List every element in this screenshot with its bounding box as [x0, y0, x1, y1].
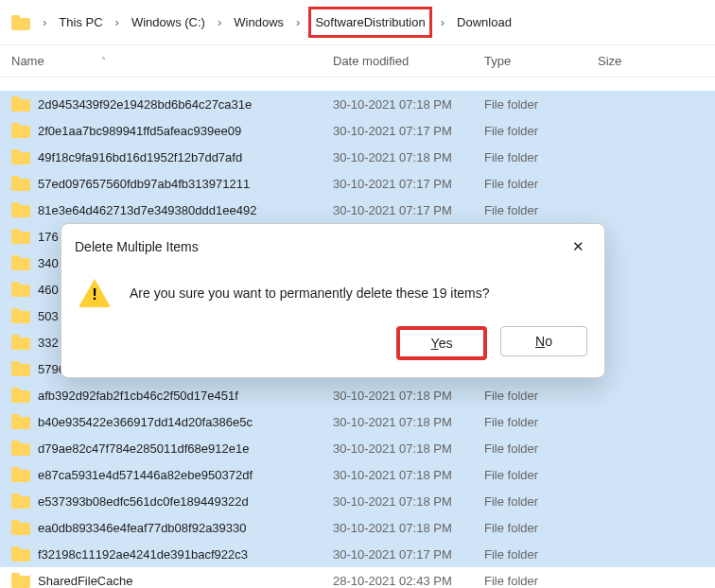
breadcrumb-item[interactable]: This PC [55, 11, 106, 33]
file-name: afb392d92fab2f1cb46c2f50d17e451f [38, 389, 238, 403]
table-row[interactable]: 2d9453439f92e19428bd6b64c27ca31e30-10-20… [0, 91, 715, 117]
table-row[interactable]: 81e3e64d462713d7e349380ddd1ee49230-10-20… [0, 197, 715, 223]
file-name: 81e3e64d462713d7e349380ddd1ee492 [38, 203, 256, 217]
col-header-type[interactable]: Type [484, 54, 598, 68]
file-name: 340 [38, 256, 59, 270]
col-header-name-label: Name [11, 54, 44, 68]
breadcrumb-item[interactable]: Download [453, 11, 515, 33]
cell-name: d79ae82c47f784e285011df68e912e1e [0, 441, 333, 456]
close-icon[interactable]: ✕ [565, 233, 591, 260]
cell-name: b40e935422e366917dd14d20fa386e5c [0, 414, 333, 429]
cell-type: File folder [484, 468, 598, 482]
folder-icon [11, 441, 30, 456]
cell-name: e537393b08edfc561dc0fe189449322d [0, 493, 333, 509]
delete-dialog: Delete Multiple Items ✕ Are you sure you… [61, 223, 605, 378]
cell-date: 30-10-2021 07:17 PM [333, 547, 484, 562]
table-row[interactable]: e87ca5931e4d571446a82ebe950372df30-10-20… [0, 461, 715, 488]
cell-date: 30-10-2021 07:17 PM [333, 177, 484, 191]
cell-name: afb392d92fab2f1cb46c2f50d17e451f [0, 388, 333, 403]
file-name: 57ed097657560fdb97ab4fb313971211 [38, 177, 250, 191]
cell-type: File folder [484, 494, 598, 509]
dialog-message: Are you sure you want to permanently del… [130, 285, 490, 301]
spacer [0, 78, 715, 91]
file-name: b40e935422e366917dd14d20fa386e5c [38, 415, 253, 429]
file-name: SharedFileCache [38, 574, 132, 588]
drive-folder-icon [11, 15, 30, 30]
file-name: 176 [38, 230, 59, 244]
yes-button[interactable]: Yes [396, 326, 487, 360]
cell-type: File folder [484, 97, 598, 112]
cell-date: 30-10-2021 07:18 PM [333, 150, 484, 164]
col-header-name[interactable]: Name ˄ [0, 54, 333, 68]
dialog-title: Delete Multiple Items [75, 239, 199, 254]
breadcrumb-item[interactable]: SoftwareDistribution [308, 7, 431, 38]
table-row[interactable]: 2f0e1aa7bc989941ffd5afeac939ee0930-10-20… [0, 117, 715, 144]
cell-date: 30-10-2021 07:18 PM [333, 97, 484, 112]
folder-icon [11, 308, 30, 323]
folder-icon [11, 361, 30, 376]
folder-icon [11, 255, 30, 270]
table-row[interactable]: 57ed097657560fdb97ab4fb31397121130-10-20… [0, 170, 715, 197]
file-name: e537393b08edfc561dc0fe189449322d [38, 494, 249, 509]
folder-icon [11, 149, 30, 164]
table-row[interactable]: ea0db893346e4feaf77db08f92a3933030-10-20… [0, 514, 715, 541]
folder-icon [11, 520, 30, 535]
no-button[interactable]: No [500, 326, 587, 356]
no-button-accel: N [535, 334, 545, 349]
folder-icon [11, 335, 30, 350]
chevron-right-icon: › [291, 15, 305, 29]
cell-date: 30-10-2021 07:18 PM [333, 521, 484, 535]
yes-button-accel: Y [431, 336, 439, 351]
file-name: 503 [38, 309, 59, 323]
folder-icon [11, 493, 30, 509]
chevron-right-icon: › [111, 15, 124, 29]
cell-type: File folder [484, 574, 598, 588]
folder-icon [11, 176, 30, 191]
breadcrumb-item[interactable]: Windows [230, 11, 288, 33]
file-name: 2d9453439f92e19428bd6b64c27ca31e [38, 97, 252, 112]
cell-name: 49f18c9fa916bd16d1952f12b7dd7afd [0, 149, 333, 164]
file-name: 2f0e1aa7bc989941ffd5afeac939ee09 [38, 124, 241, 138]
cell-date: 30-10-2021 07:17 PM [333, 203, 484, 217]
breadcrumb[interactable]: › This PC›Windows (C:)›Windows›SoftwareD… [0, 0, 715, 45]
cell-date: 30-10-2021 07:18 PM [333, 389, 484, 403]
folder-icon [11, 202, 30, 217]
table-row[interactable]: afb392d92fab2f1cb46c2f50d17e451f30-10-20… [0, 382, 715, 408]
table-row[interactable]: SharedFileCache28-10-2021 02:43 PMFile f… [0, 567, 715, 588]
chevron-right-icon: › [436, 15, 449, 29]
cell-type: File folder [484, 177, 598, 191]
file-name: 49f18c9fa916bd16d1952f12b7dd7afd [38, 150, 242, 164]
folder-icon [11, 123, 30, 138]
table-row[interactable]: e537393b08edfc561dc0fe189449322d30-10-20… [0, 488, 715, 514]
folder-icon [11, 388, 30, 403]
folder-icon [11, 414, 30, 429]
yes-button-rest: es [439, 336, 453, 351]
cell-date: 30-10-2021 07:17 PM [333, 124, 484, 138]
table-row[interactable]: b40e935422e366917dd14d20fa386e5c30-10-20… [0, 408, 715, 435]
folder-icon [11, 546, 30, 562]
col-header-size[interactable]: Size [598, 54, 715, 68]
file-name: 460 [38, 283, 59, 297]
cell-type: File folder [484, 415, 598, 429]
file-name: d79ae82c47f784e285011df68e912e1e [38, 441, 249, 456]
cell-type: File folder [484, 124, 598, 138]
cell-type: File folder [484, 203, 598, 217]
folder-icon [11, 96, 30, 112]
table-row[interactable]: 49f18c9fa916bd16d1952f12b7dd7afd30-10-20… [0, 144, 715, 170]
cell-name: e87ca5931e4d571446a82ebe950372df [0, 467, 333, 482]
cell-date: 30-10-2021 07:18 PM [333, 441, 484, 456]
folder-icon [11, 282, 30, 297]
no-button-rest: o [545, 334, 552, 349]
folder-icon [11, 229, 30, 244]
breadcrumb-item[interactable]: Windows (C:) [128, 11, 209, 33]
file-name: 332 [38, 336, 59, 350]
cell-name: ea0db893346e4feaf77db08f92a39330 [0, 520, 333, 535]
cell-name: 2d9453439f92e19428bd6b64c27ca31e [0, 96, 333, 112]
col-header-date[interactable]: Date modified [333, 54, 484, 68]
file-name: ea0db893346e4feaf77db08f92a39330 [38, 521, 247, 535]
table-row[interactable]: d79ae82c47f784e285011df68e912e1e30-10-20… [0, 435, 715, 461]
cell-date: 30-10-2021 07:18 PM [333, 415, 484, 429]
chevron-right-icon: › [38, 15, 51, 29]
table-row[interactable]: f32198c11192ae4241de391bacf922c330-10-20… [0, 541, 715, 567]
triangle-with-exclamation-icon [78, 279, 111, 307]
